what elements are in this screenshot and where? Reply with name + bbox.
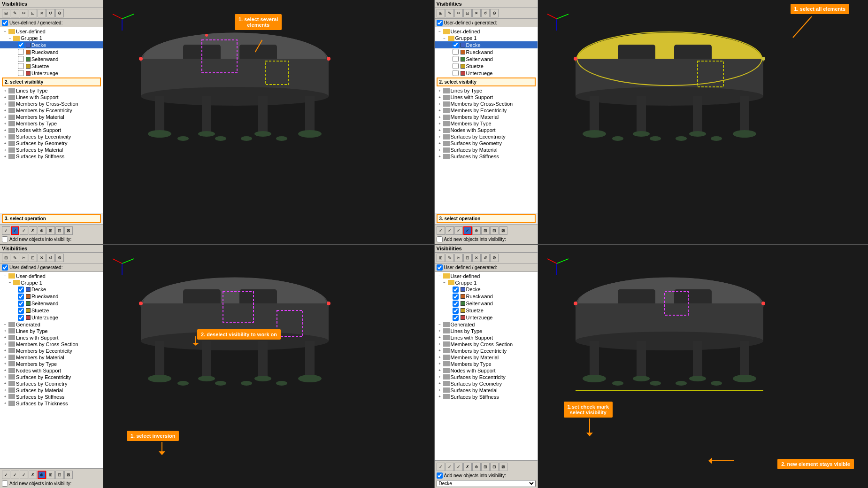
- userdefined-checkbox-bl[interactable]: [2, 264, 8, 271]
- tree-item-sw-tl[interactable]: Seitenwand: [0, 55, 103, 62]
- tree-sth-bl[interactable]: + Surfaces by Thickness: [0, 400, 103, 407]
- expander-mm-br[interactable]: +: [438, 355, 442, 360]
- tr-tb-5[interactable]: ✕: [472, 9, 481, 17]
- expander-mt-tr[interactable]: +: [438, 121, 442, 126]
- tree-decke-bl[interactable]: Decke: [0, 286, 103, 293]
- cb-uz-bl[interactable]: [18, 315, 24, 321]
- expander-se-bl[interactable]: +: [3, 375, 8, 380]
- expander-ud-bl[interactable]: −: [3, 274, 8, 279]
- expander-gruppe1-tl[interactable]: −: [8, 36, 12, 40]
- ft-btn-8-br[interactable]: ⊠: [499, 463, 507, 471]
- cb-st-tl[interactable]: [18, 63, 24, 69]
- expander-sg-tl[interactable]: +: [3, 141, 8, 146]
- ft-btn-5-tl[interactable]: ⊕: [38, 226, 46, 235]
- br-tb-4[interactable]: ⊡: [463, 254, 472, 262]
- ft-btn-2-tr[interactable]: ✓: [446, 226, 454, 235]
- cb-rw-tr[interactable]: [453, 49, 459, 55]
- ft-btn-7-bl[interactable]: ⊟: [55, 471, 64, 479]
- ft-btn-2-bl[interactable]: ✓: [11, 471, 19, 479]
- tree-item-mm-tl[interactable]: + Members by Material: [0, 114, 103, 120]
- tree-item-ss-tl[interactable]: + Surfaces by Stiffness: [0, 153, 103, 160]
- expander-sg-bl[interactable]: +: [3, 381, 8, 386]
- expander-sg-br[interactable]: +: [438, 381, 442, 386]
- tree-uz-br[interactable]: Unterzuege: [435, 314, 538, 321]
- tb-btn-4[interactable]: ⊡: [29, 9, 37, 17]
- bl-tb-5[interactable]: ✕: [38, 254, 46, 262]
- expander-smat-br[interactable]: +: [438, 388, 442, 393]
- expander-gen-tl[interactable]: +: [3, 88, 8, 93]
- cb-uz-tl[interactable]: [18, 70, 24, 76]
- expander-mm-bl[interactable]: +: [3, 355, 8, 360]
- footer-cb-tr[interactable]: [437, 236, 443, 242]
- expander-me-bl[interactable]: +: [3, 349, 8, 353]
- tree-mm-tr[interactable]: + Members by Material: [435, 114, 538, 120]
- expander-ns-br[interactable]: +: [438, 368, 442, 373]
- tree-rw-bl[interactable]: Rueckwand: [0, 293, 103, 300]
- ft-btn-6-tr[interactable]: ⊞: [481, 226, 490, 235]
- ft-btn-4-br[interactable]: ✗: [463, 463, 472, 471]
- ft-btn-6-br[interactable]: ⊞: [481, 463, 490, 471]
- cb-st-tr[interactable]: [453, 63, 459, 69]
- tree-mcs-tr[interactable]: + Members by Cross-Section: [435, 101, 538, 107]
- expander-mcs-bl[interactable]: +: [3, 342, 8, 347]
- expander-mcs-tr[interactable]: +: [438, 101, 442, 106]
- tree-item-ns-tl[interactable]: + Nodes with Support: [0, 127, 103, 133]
- expander-lws-bl[interactable]: +: [3, 335, 8, 340]
- expander-se-tl[interactable]: +: [3, 134, 8, 139]
- tree-item-lws-tl[interactable]: + Lines with Support: [0, 94, 103, 101]
- ft-btn-3-bl[interactable]: ✓: [20, 471, 28, 479]
- tree-sw-bl[interactable]: Seitenwand: [0, 300, 103, 307]
- expander-g1-bl[interactable]: −: [8, 280, 12, 285]
- expander-ss-br[interactable]: +: [438, 395, 442, 399]
- expander-smat-bl[interactable]: +: [3, 388, 8, 393]
- cb-rw-tl[interactable]: [18, 49, 24, 55]
- cb-decke-br[interactable]: [453, 287, 459, 293]
- footer-select-br[interactable]: Decke: [437, 480, 536, 487]
- ft-btn-2-tl[interactable]: ✓: [11, 226, 19, 235]
- ft-btn-3-br[interactable]: ✓: [454, 463, 463, 471]
- tree-item-rw-tr[interactable]: Rueckwand: [435, 48, 538, 55]
- tree-mm-bl[interactable]: + Members by Material: [0, 354, 103, 361]
- tb-btn-7[interactable]: ⚙: [55, 9, 64, 17]
- tb-btn-2[interactable]: ✎: [11, 9, 19, 17]
- br-tb-2[interactable]: ✎: [446, 254, 454, 262]
- tree-ss-br[interactable]: + Surfaces by Stiffness: [435, 394, 538, 400]
- tree-me-br[interactable]: + Members by Eccentricity: [435, 348, 538, 354]
- tree-lt-bl[interactable]: + Lines by Type: [0, 328, 103, 334]
- tree-lt-br[interactable]: + Lines by Type: [435, 328, 538, 334]
- tree-item-gruppe1-tl[interactable]: − Gruppe 1: [0, 35, 103, 41]
- tree-item-sg-tl[interactable]: + Surfaces by Geometry: [0, 140, 103, 147]
- ft-btn-5-tr[interactable]: ⊕: [472, 226, 481, 235]
- tree-lws-tr[interactable]: + Lines with Support: [435, 94, 538, 101]
- tree-sg-br[interactable]: + Surfaces by Geometry: [435, 380, 538, 387]
- tree-sg-bl[interactable]: + Surfaces by Geometry: [0, 380, 103, 387]
- expander-smat-tr[interactable]: +: [438, 147, 442, 152]
- bl-tb-2[interactable]: ✎: [11, 254, 19, 262]
- tree-tl[interactable]: − User-defined − Gruppe 1 Decke: [0, 27, 103, 213]
- ft-btn-3-tr[interactable]: ✓: [454, 226, 463, 235]
- cb-uz-tr[interactable]: [453, 70, 459, 76]
- expander-g1-tr[interactable]: −: [442, 36, 447, 40]
- tree-item-gen-tl[interactable]: + Lines by Type: [0, 87, 103, 94]
- tree-ns-tr[interactable]: + Nodes with Support: [435, 127, 538, 133]
- cb-decke-tl[interactable]: [18, 42, 24, 48]
- tr-tb-6[interactable]: ↺: [481, 9, 490, 17]
- tree-ud-bl[interactable]: − User-defined: [0, 273, 103, 279]
- tree-lws-br[interactable]: + Lines with Support: [435, 334, 538, 341]
- expander-me-tr[interactable]: +: [438, 108, 442, 113]
- tree-item-sw-tr[interactable]: Seitenwand: [435, 55, 538, 62]
- ft-btn-5-bl[interactable]: ⊕: [38, 471, 46, 479]
- tree-item-uz-tr[interactable]: Unterzuege: [435, 70, 538, 77]
- tr-tb-7[interactable]: ⚙: [490, 9, 499, 17]
- br-tb-6[interactable]: ↺: [481, 254, 490, 262]
- tree-item-me-tl[interactable]: + Members by Eccentricity: [0, 107, 103, 114]
- expander-mt-tl[interactable]: +: [3, 121, 8, 126]
- tree-st-bl[interactable]: Stuetze: [0, 307, 103, 314]
- ft-btn-2-br[interactable]: ✓: [446, 463, 454, 471]
- tree-item-uz-tl[interactable]: Unterzuege: [0, 70, 103, 77]
- cb-st-br[interactable]: [453, 308, 459, 314]
- expander-mm-tl[interactable]: +: [3, 115, 8, 119]
- userdefined-checkbox-br[interactable]: [437, 264, 443, 271]
- tree-st-br[interactable]: Stuetze: [435, 307, 538, 314]
- tb-btn-6[interactable]: ↺: [46, 9, 55, 17]
